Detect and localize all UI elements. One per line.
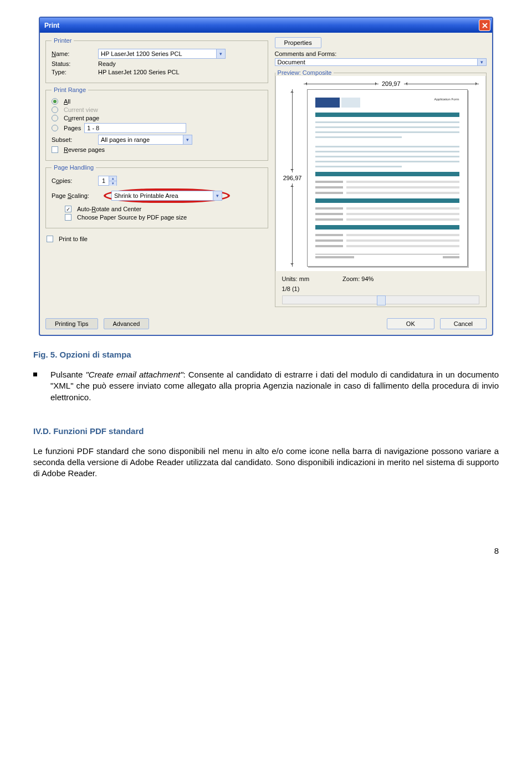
- page-number: 8: [33, 546, 499, 555]
- print-range-group: Print Range All Current view Current pag…: [45, 86, 268, 161]
- ok-button[interactable]: OK: [387, 318, 434, 329]
- comments-label: Comments and Forms:: [275, 50, 487, 57]
- figure-caption: Fig. 5. Opzioni di stampa: [33, 350, 499, 359]
- chevron-up-icon: ▴: [109, 176, 116, 181]
- chevron-down-icon: ▾: [213, 191, 222, 200]
- auto-rotate-label: Auto-Rotate and Center: [77, 206, 141, 212]
- chevron-down-icon: ▾: [477, 59, 486, 65]
- print-to-file-check[interactable]: [47, 236, 53, 242]
- section-body: Le funzioni PDF standard che sono dispon…: [33, 446, 499, 480]
- page-scaling-label: Page Scaling:: [52, 192, 100, 199]
- name-label: Name:: [52, 50, 95, 57]
- copies-label: Copies:: [52, 177, 95, 184]
- printer-select[interactable]: HP LaserJet 1200 Series PCL ▾: [98, 49, 226, 59]
- auto-rotate-check[interactable]: [65, 206, 71, 212]
- properties-button[interactable]: Properties: [275, 37, 321, 48]
- preview-height: 296,97: [283, 175, 302, 181]
- type-value: HP LaserJet 1200 Series PCL: [98, 69, 180, 75]
- square-bullet-icon: [33, 373, 37, 376]
- page-preview: Application Form: [307, 89, 468, 267]
- status-label: Status:: [52, 60, 95, 67]
- preview-width: 209,97: [382, 80, 401, 87]
- subset-select[interactable]: All pages in range ▾: [98, 135, 192, 145]
- bullet-item: Pulsante "Create email attachment": Cons…: [33, 369, 499, 403]
- section-heading: IV.D. Funzioni PDF standard: [33, 426, 499, 436]
- dialog-title: Print: [44, 22, 59, 29]
- status-value: Ready: [98, 60, 116, 67]
- units-label: Units: mm: [282, 276, 310, 282]
- all-label: All: [64, 98, 70, 105]
- chevron-down-icon: ▾: [109, 181, 116, 186]
- close-icon[interactable]: [479, 19, 490, 31]
- pages-input[interactable]: 1 - 8: [84, 123, 186, 133]
- radio-all[interactable]: [52, 98, 58, 105]
- current-page-label: Current page: [64, 115, 99, 121]
- type-label: Type:: [52, 69, 95, 75]
- page-counter: 1/8 (1): [275, 283, 486, 292]
- zoom-label: Zoom: 94%: [342, 276, 374, 282]
- page-scaling-select[interactable]: Shrink to Printable Area ▾: [111, 191, 222, 201]
- preview-slider[interactable]: [282, 295, 479, 304]
- choose-paper-check[interactable]: [65, 214, 71, 221]
- chevron-down-icon: ▾: [216, 49, 225, 58]
- cancel-button[interactable]: Cancel: [440, 318, 487, 329]
- printing-tips-button[interactable]: Printing Tips: [45, 318, 98, 329]
- radio-current-view: [52, 106, 58, 113]
- reverse-pages-check[interactable]: [52, 146, 58, 153]
- reverse-pages-label: Reverse pages: [64, 146, 105, 153]
- copies-spinner[interactable]: 1 ▴▾: [98, 176, 117, 186]
- chevron-down-icon: ▾: [183, 135, 192, 144]
- page-handling-group: Page Handling Copies: 1 ▴▾ Page Scaling:…: [45, 164, 268, 228]
- print-dialog: Print Printer Name: HP LaserJet 1200 Ser…: [39, 17, 493, 336]
- comments-select[interactable]: Document ▾: [275, 58, 487, 66]
- preview-group: Preview: Composite 209,97 296,97: [275, 69, 487, 307]
- printer-group: Printer Name: HP LaserJet 1200 Series PC…: [45, 37, 268, 83]
- advanced-button[interactable]: Advanced: [104, 318, 150, 329]
- radio-pages[interactable]: [52, 125, 58, 131]
- radio-current-page[interactable]: [52, 115, 58, 121]
- dialog-titlebar: Print: [40, 18, 492, 33]
- page-scaling-highlight: Shrink to Printable Area ▾: [104, 188, 230, 203]
